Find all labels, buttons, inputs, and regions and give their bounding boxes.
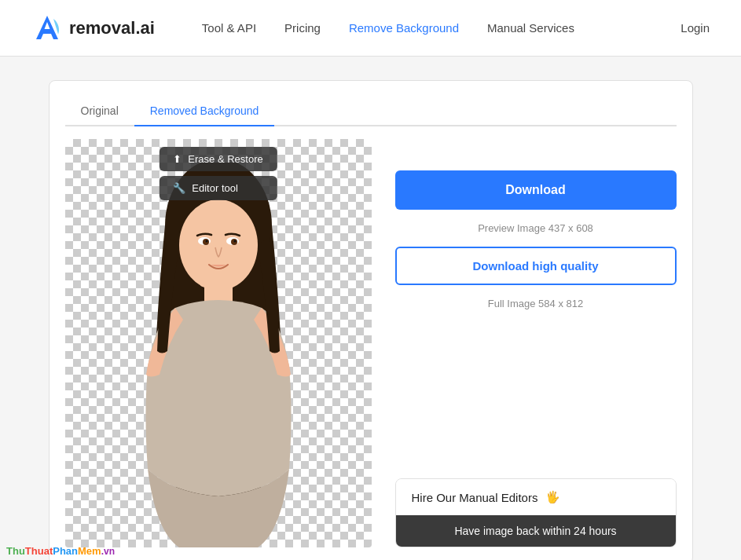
svg-point-1	[179, 199, 258, 291]
manual-editors-card[interactable]: Hire Our Manual Editors 🖐 Have image bac…	[395, 478, 677, 547]
nav-login[interactable]: Login	[680, 21, 710, 35]
nav: Tool & API Pricing Remove Background Man…	[202, 21, 710, 35]
watermark-domain: .vn	[101, 546, 115, 557]
header: removal.ai Tool & API Pricing Remove Bac…	[0, 0, 741, 57]
download-button[interactable]: Download	[395, 170, 677, 210]
content-area: ⬆ Erase & Restore 🔧 Editor tool	[65, 139, 677, 547]
manual-editors-text: Hire Our Manual Editors	[412, 491, 538, 504]
watermark-thu: Thu	[6, 545, 25, 557]
svg-point-8	[233, 240, 236, 243]
watermark: ThuThuatPhanMem.vn	[0, 542, 121, 560]
image-panel: ⬆ Erase & Restore 🔧 Editor tool	[65, 139, 372, 547]
preview-info: Preview Image 437 x 608	[395, 222, 677, 234]
main-content: Original Removed Background ⬆ Erase & Re…	[0, 57, 741, 560]
erase-restore-label: Erase & Restore	[188, 153, 262, 165]
person-image	[65, 139, 372, 547]
manual-card-bottom: Have image back within 24 hours	[396, 515, 676, 547]
nav-manual-services[interactable]: Manual Services	[487, 21, 574, 35]
logo-text: removal.ai	[69, 18, 155, 38]
tab-original[interactable]: Original	[65, 97, 134, 126]
floating-toolbar: ⬆ Erase & Restore 🔧 Editor tool	[159, 147, 277, 200]
watermark-mem: Mem	[78, 545, 101, 557]
person-svg	[108, 163, 328, 547]
logo-icon	[31, 13, 63, 44]
erase-restore-button[interactable]: ⬆ Erase & Restore	[159, 147, 277, 171]
editor-icon: 🔧	[173, 182, 185, 194]
tab-bar: Original Removed Background	[65, 97, 677, 126]
full-image-info: Full Image 584 x 812	[395, 298, 677, 309]
download-quality-button[interactable]: Download high quality	[395, 247, 677, 285]
svg-point-7	[205, 240, 207, 243]
watermark-thuat: Thuat	[25, 545, 53, 557]
manual-card-top: Hire Our Manual Editors 🖐	[396, 479, 676, 515]
hand-emoji: 🖐	[545, 490, 560, 504]
nav-tool-api[interactable]: Tool & API	[202, 21, 256, 35]
editor-tool-button[interactable]: 🔧 Editor tool	[159, 176, 277, 200]
editor-tool-label: Editor tool	[192, 182, 238, 194]
tab-removed-background[interactable]: Removed Background	[134, 97, 275, 126]
erase-icon: ⬆	[173, 153, 182, 165]
right-panel: Download Preview Image 437 x 608 Downloa…	[395, 139, 677, 547]
main-card: Original Removed Background ⬆ Erase & Re…	[49, 80, 693, 560]
watermark-phan: Phan	[53, 545, 78, 557]
nav-remove-background[interactable]: Remove Background	[349, 21, 459, 35]
logo[interactable]: removal.ai	[31, 13, 155, 44]
nav-pricing[interactable]: Pricing	[284, 21, 321, 35]
